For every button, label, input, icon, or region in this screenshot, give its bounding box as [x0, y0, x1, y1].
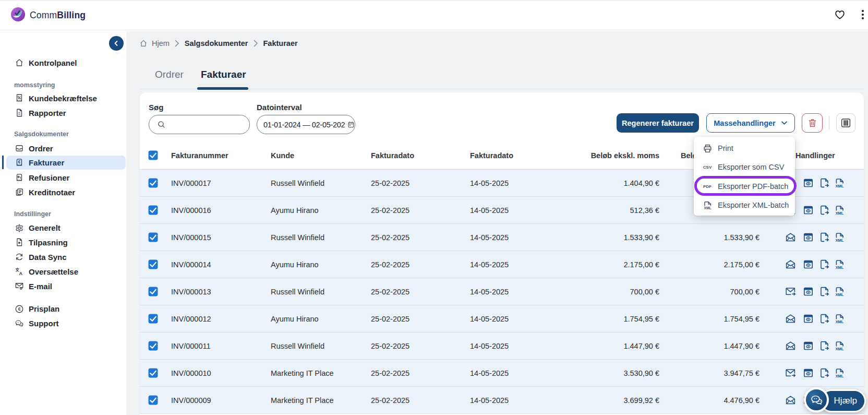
svg-text:€: € — [18, 160, 21, 164]
svg-text:A: A — [19, 271, 22, 276]
svg-text:€: € — [18, 306, 21, 312]
